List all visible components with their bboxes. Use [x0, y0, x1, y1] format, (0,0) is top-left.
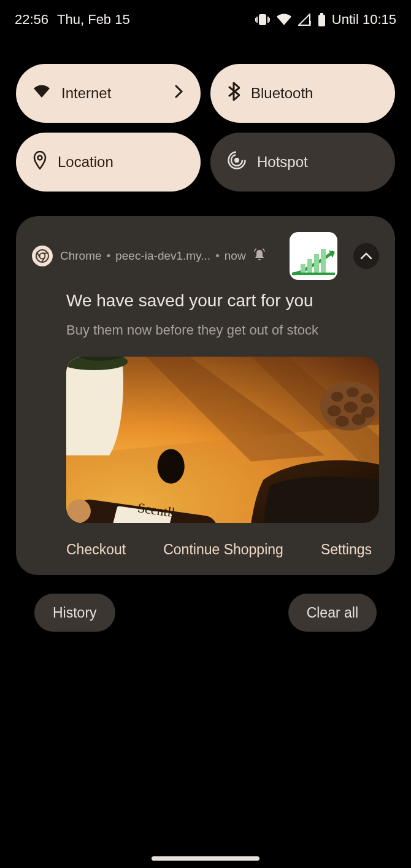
notification-card[interactable]: Chrome • peec-ia-dev1.my... • now: [16, 216, 395, 575]
clear-all-button[interactable]: Clear all: [288, 594, 377, 632]
location-icon: [33, 151, 47, 173]
svg-point-31: [308, 469, 312, 473]
svg-point-27: [336, 416, 349, 427]
svg-rect-6: [320, 13, 323, 15]
vibrate-icon: [255, 14, 270, 26]
svg-point-29: [280, 475, 283, 479]
bell-ringing-icon: [253, 249, 266, 263]
chrome-icon: [32, 246, 53, 266]
notification-footer: History Clear all: [0, 575, 411, 632]
qs-tile-bluetooth[interactable]: Bluetooth: [210, 64, 395, 123]
qs-label: Bluetooth: [251, 85, 313, 102]
svg-point-22: [347, 387, 359, 397]
action-checkout[interactable]: Checkout: [66, 541, 126, 558]
bluetooth-icon: [228, 82, 240, 104]
qs-tile-location[interactable]: Location: [16, 133, 201, 192]
qs-tile-hotspot[interactable]: Hotspot: [210, 133, 395, 192]
svg-point-21: [331, 392, 344, 401]
notification-origin: peec-ia-dev1.my...: [115, 249, 210, 263]
notification-app-thumbnail: [290, 232, 337, 280]
notification-header: Chrome • peec-ia-dev1.my... • now: [32, 232, 379, 280]
action-settings[interactable]: Settings: [321, 541, 372, 558]
svg-point-28: [352, 414, 366, 425]
action-continue-shopping[interactable]: Continue Shopping: [163, 541, 283, 558]
svg-point-9: [234, 158, 239, 163]
qs-label: Internet: [61, 85, 111, 102]
quick-settings-grid: Internet Bluetooth Location Hotspot: [0, 39, 411, 192]
svg-point-23: [361, 393, 373, 403]
qs-label: Hotspot: [257, 153, 308, 171]
svg-point-32: [158, 449, 185, 484]
wifi-icon: [33, 85, 50, 102]
notification-image: Scentll.: [66, 357, 379, 523]
svg-rect-17: [321, 249, 326, 274]
svg-rect-16: [314, 254, 319, 274]
notification-app-name: Chrome: [60, 249, 102, 263]
svg-point-25: [344, 401, 358, 413]
history-button[interactable]: History: [34, 594, 115, 632]
svg-rect-7: [318, 15, 325, 26]
status-time: 22:56: [15, 12, 48, 28]
svg-rect-0: [259, 15, 266, 25]
chevron-right-icon: [175, 85, 183, 102]
svg-rect-14: [301, 264, 305, 274]
notification-body: Buy them now before they get out of stoc…: [66, 322, 367, 338]
status-bar: 22:56 Thu, Feb 15 ! Until 10:15: [0, 0, 411, 39]
home-indicator[interactable]: [152, 856, 259, 861]
signal-icon: !: [298, 14, 312, 26]
hotspot-icon: [228, 151, 246, 173]
battery-icon: [318, 13, 326, 26]
collapse-button[interactable]: [353, 243, 379, 269]
notification-time: now: [225, 249, 246, 263]
svg-text:!: !: [309, 20, 312, 26]
status-until: Until 10:15: [332, 12, 396, 28]
qs-label: Location: [58, 153, 113, 171]
svg-rect-15: [307, 259, 312, 274]
svg-point-24: [328, 405, 341, 416]
status-date: Thu, Feb 15: [57, 12, 130, 28]
svg-point-30: [294, 471, 297, 474]
notification-actions: Checkout Continue Shopping Settings: [32, 523, 379, 562]
wifi-icon: [276, 14, 292, 26]
svg-point-8: [38, 156, 42, 160]
qs-tile-internet[interactable]: Internet: [16, 64, 201, 123]
notification-title: We have saved your cart for you: [66, 290, 367, 311]
